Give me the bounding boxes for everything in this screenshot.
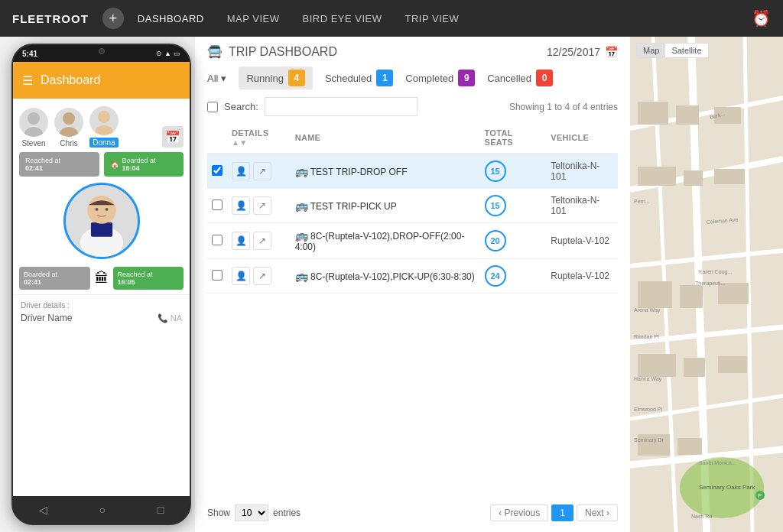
institution-icon: 🏛 <box>95 267 109 290</box>
add-button[interactable]: + <box>102 8 124 29</box>
col-seats[interactable]: TOTAL SEATS <box>480 122 547 154</box>
row-checkbox-cell[interactable] <box>207 223 227 259</box>
table-row: 👤 ↗ 🚌 TEST TRIP-DROP OFF 15 Telto <box>207 154 618 189</box>
col-vehicle[interactable]: VEHICLE <box>546 122 618 154</box>
back-button[interactable]: ◁ <box>39 504 47 516</box>
entries-select[interactable]: 102550 <box>235 504 268 521</box>
svg-text:P: P <box>758 492 762 499</box>
main-content: 5:41 ⊙ ▲ ▭ ☰ Dashboard <box>0 37 783 532</box>
row-seats-cell: 15 <box>480 154 547 189</box>
avatar-steven[interactable]: Steven <box>19 108 48 148</box>
calendar-icon[interactable]: 📅 <box>605 46 618 58</box>
svg-text:Seminary Dr: Seminary Dr <box>634 437 664 443</box>
chart-icon[interactable]: ↗ <box>253 196 271 215</box>
filter-scheduled[interactable]: Scheduled 1 <box>325 70 393 86</box>
person-icon[interactable]: 👤 <box>232 267 250 285</box>
phone-icon: 📞 <box>158 313 168 323</box>
avatar-chris[interactable]: Chris <box>54 108 83 148</box>
signal-icon: ▲ <box>164 50 171 57</box>
chart-icon[interactable]: ↗ <box>253 232 271 250</box>
trip-card-boarded: Reached at02:41 <box>19 152 99 177</box>
map-tab-map[interactable]: Map <box>637 44 665 57</box>
detail-icons: 👤 ↗ <box>232 162 286 180</box>
prev-button[interactable]: ‹ Previous <box>490 504 548 521</box>
select-all-checkbox[interactable] <box>207 102 218 112</box>
reached-home-label: Boarded at16:04 <box>122 157 156 172</box>
nav-trip-view[interactable]: TRIP VIEW <box>405 13 460 24</box>
nav-bird-eye-view[interactable]: BIRD EYE VIEW <box>302 13 382 24</box>
calendar-icon[interactable]: 📅 <box>162 126 184 148</box>
app-title: Dashboard <box>41 73 100 87</box>
filter-all[interactable]: All ▾ <box>207 73 226 84</box>
avatar-circle-donna <box>89 106 119 135</box>
svg-text:Therapeuti...: Therapeuti... <box>695 281 725 287</box>
row-checkbox-cell[interactable] <box>207 154 227 189</box>
avatar-donna[interactable]: Donna <box>89 106 119 148</box>
page-1-button[interactable]: 1 <box>551 504 573 521</box>
svg-text:Seminary Oaks Park: Seminary Oaks Park <box>699 484 755 491</box>
boarded-label: Reached at02:41 <box>25 157 60 172</box>
date-display: 12/25/2017 📅 <box>547 46 618 58</box>
table-body: 👤 ↗ 🚌 TEST TRIP-DROP OFF 15 Telto <box>207 154 618 294</box>
col-name[interactable]: NAME <box>291 122 480 154</box>
svg-rect-30 <box>718 283 749 304</box>
chart-icon[interactable]: ↗ <box>253 162 271 180</box>
row-vehicle-cell: Teltonika-N-101 <box>546 189 618 223</box>
trip-name: TEST TRIP-DROP OFF <box>310 167 408 177</box>
dropdown-arrow: ▾ <box>221 73 226 84</box>
chart-icon[interactable]: ↗ <box>253 267 271 285</box>
pagination-buttons: ‹ Previous 1 Next › <box>490 504 618 521</box>
trips-table: DETAILS ▲▼ NAME TOTAL SEATS VEHICLE 👤 ↗ <box>207 122 618 294</box>
person-icon[interactable]: 👤 <box>232 162 250 180</box>
row-checkbox-cell[interactable] <box>207 259 227 294</box>
svg-rect-8 <box>90 222 112 237</box>
home-button[interactable]: ○ <box>99 504 106 516</box>
svg-point-5 <box>95 125 113 135</box>
search-input[interactable] <box>265 97 417 116</box>
student-photo <box>63 183 140 259</box>
row-name-cell: 🚌 TEST TRIP-DROP OFF <box>291 154 480 189</box>
phone-status-icons: ⊙ ▲ ▭ <box>156 50 180 57</box>
filter-running[interactable]: Running 4 <box>239 66 312 89</box>
row-details-cell: 👤 ↗ <box>227 154 291 189</box>
row-details-cell: 👤 ↗ <box>227 259 291 294</box>
nav-dashboard[interactable]: DASHBOARD <box>138 13 204 24</box>
svg-text:Santa Monica...: Santa Monica... <box>699 460 736 466</box>
col-details[interactable]: DETAILS ▲▼ <box>227 122 291 154</box>
person-icon[interactable]: 👤 <box>232 196 250 215</box>
driver-details-label: Driver details : <box>21 301 182 310</box>
avatar-circle-chris <box>54 108 83 137</box>
student-photo-container <box>13 180 190 262</box>
filter-completed[interactable]: Completed 9 <box>405 70 475 86</box>
avatar-label-steven: Steven <box>21 139 45 148</box>
cancelled-label: Cancelled <box>487 73 531 84</box>
map-tab-satellite[interactable]: Satellite <box>665 44 707 57</box>
scheduled-badge: 1 <box>376 70 393 86</box>
hamburger-icon[interactable]: ☰ <box>22 73 33 88</box>
svg-point-1 <box>24 127 43 137</box>
driver-row: Driver Name 📞 NA <box>21 313 182 323</box>
person-icon[interactable]: 👤 <box>232 232 250 250</box>
trip-name: TEST TRIP-PICK UP <box>310 201 397 212</box>
filter-cancelled[interactable]: Cancelled 0 <box>487 70 553 86</box>
wifi-icon: ⊙ <box>156 50 162 57</box>
scheduled-label: Scheduled <box>325 73 372 84</box>
running-badge: 4 <box>288 70 305 86</box>
avatar-row: Steven Chris Donna <box>13 99 190 152</box>
trip-bus-icon: 🚌 <box>295 200 308 212</box>
nav-map-view[interactable]: MAP VIEW <box>227 13 280 24</box>
map-svg: Seminary Oaks Park P Berk... Perri... Co… <box>630 37 783 532</box>
vehicle-name: Teltonika-N-101 <box>551 161 599 182</box>
vehicle-name: Ruptela-V-102 <box>551 235 609 246</box>
row-name-cell: 🚌 TEST TRIP-PICK UP <box>291 189 480 223</box>
row-checkbox-cell[interactable] <box>207 189 227 223</box>
clock-icon: ⏰ <box>752 9 771 28</box>
bottom-card-boarded: Boarded at02:41 <box>19 267 90 290</box>
table-row: 👤 ↗ 🚌 TEST TRIP-PICK UP 15 Telton <box>207 189 618 223</box>
table-row: 👤 ↗ 🚌 8C-(Ruptela-V-102),DROP-OFF(2:00-4… <box>207 223 618 259</box>
row-seats-cell: 20 <box>480 223 547 259</box>
recent-button[interactable]: □ <box>158 504 164 516</box>
next-button[interactable]: Next › <box>577 504 618 521</box>
dashboard-panel: 🚍 TRIP DASHBOARD 12/25/2017 📅 All ▾ Runn… <box>195 37 630 532</box>
running-label: Running <box>246 73 283 84</box>
